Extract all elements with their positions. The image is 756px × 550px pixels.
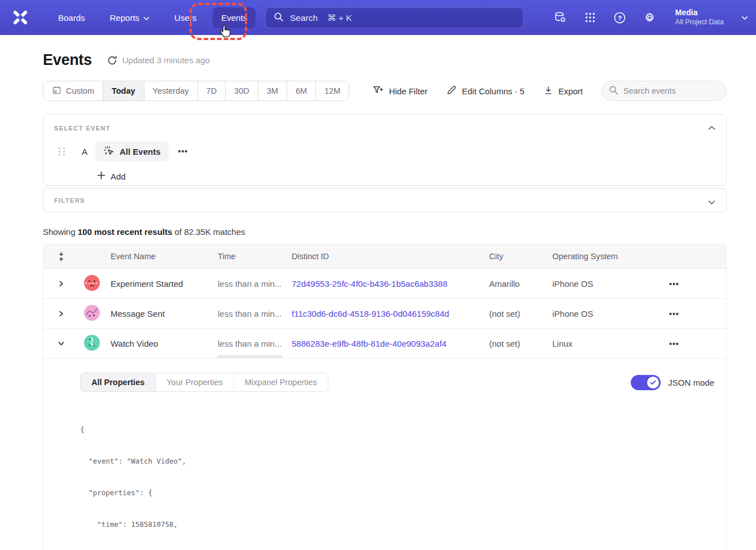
json-line: "time": 1585810758,: [80, 520, 714, 530]
mixpanel-logo-icon[interactable]: [10, 8, 30, 27]
nav-item-users[interactable]: Users: [166, 7, 205, 28]
chevron-down-icon: [143, 13, 150, 23]
download-icon: [543, 85, 553, 97]
cell-time: less than a min...: [214, 339, 288, 348]
main-content: Events Updated 3 minutes ago Custom Toda…: [43, 51, 727, 550]
svg-text:?: ?: [618, 14, 622, 21]
edit-columns-button[interactable]: Edit Columns · 5: [446, 85, 525, 97]
calendar-icon: [52, 85, 61, 97]
cell-os: Linux: [548, 339, 665, 348]
cell-time: less than a min...: [214, 279, 288, 289]
row-expand-chevron-icon[interactable]: [43, 281, 75, 287]
select-event-panel: SELECT EVENT A All Events •••: [43, 114, 727, 186]
top-navbar: Boards Reports Users Events Search ⌘ + K: [0, 0, 756, 35]
event-detail-panel: All Properties Your Properties Mixpanel …: [43, 359, 726, 550]
column-header-event-name[interactable]: Event Name: [107, 252, 214, 261]
settings-gear-icon[interactable]: [643, 11, 657, 24]
table-row[interactable]: Message Sent less than a min... f11c30d6…: [43, 299, 726, 329]
cell-city: (not set): [485, 339, 548, 348]
results-summary: Showing 100 most recent results of 82.35…: [43, 227, 727, 237]
tab-your-properties[interactable]: Your Properties: [156, 373, 234, 391]
cell-distinct-id-link[interactable]: f11c30d6-dc6d-4518-9136-0d046159c84d: [288, 309, 485, 318]
page-title: Events: [43, 51, 92, 69]
controls-row: Custom Today Yesterday 7D 30D 3M 6M 12M …: [43, 81, 727, 101]
json-line: "properties": {: [80, 488, 714, 499]
chevron-up-icon[interactable]: [708, 123, 715, 133]
column-header-time[interactable]: Time: [214, 252, 288, 261]
date-range-6m[interactable]: 6M: [287, 81, 316, 101]
pencil-icon: [446, 85, 457, 97]
cell-distinct-id-link[interactable]: 72d49553-25fc-4f0c-b436-1b5ac6ab3388: [288, 279, 485, 289]
time-hover-underline: [218, 355, 282, 358]
table-header: Event Name Time Distinct ID City Operati…: [43, 245, 726, 269]
row-more-options-icon[interactable]: •••: [669, 309, 679, 318]
json-line: "event": "Watch Video",: [80, 456, 714, 467]
nav-item-events[interactable]: Events: [213, 7, 256, 28]
row-collapse-chevron-icon[interactable]: [43, 341, 75, 347]
cell-os: iPhone OS: [548, 279, 665, 289]
event-json-viewer: { "event": "Watch Video", "properties": …: [80, 404, 714, 550]
event-more-options-icon[interactable]: •••: [178, 147, 188, 156]
last-updated-text: Updated 3 minutes ago: [122, 55, 210, 65]
row-more-options-icon[interactable]: •••: [669, 339, 679, 348]
global-search-input[interactable]: Search ⌘ + K: [265, 7, 524, 28]
navbar-right: ? Media All Project Data: [553, 0, 748, 35]
column-header-distinct-id[interactable]: Distinct ID: [288, 252, 485, 261]
date-range-yesterday[interactable]: Yesterday: [144, 81, 198, 101]
help-icon[interactable]: ?: [613, 11, 627, 24]
date-range-today[interactable]: Today: [103, 81, 144, 101]
events-table: Event Name Time Distinct ID City Operati…: [43, 244, 727, 550]
column-header-os[interactable]: Operating System: [548, 252, 665, 261]
cell-distinct-id-link[interactable]: 5886283e-e9fb-48fb-81de-40e9093a2af4: [288, 339, 485, 348]
tab-all-properties[interactable]: All Properties: [81, 373, 156, 391]
event-avatar-icon: [83, 343, 100, 353]
plus-icon: [97, 171, 106, 181]
event-avatar-icon: [83, 313, 100, 323]
cell-event-name: Watch Video: [107, 339, 214, 348]
event-chip-all-events[interactable]: All Events: [95, 141, 169, 161]
cell-os: iPhone OS: [548, 309, 665, 318]
export-button[interactable]: Export: [543, 85, 583, 97]
column-header-city[interactable]: City: [485, 252, 548, 261]
filters-label: FILTERS: [54, 197, 85, 204]
chevron-down-icon[interactable]: [708, 197, 715, 207]
data-management-icon[interactable]: [553, 11, 567, 24]
project-selector[interactable]: Media All Project Data: [675, 8, 724, 27]
event-avatar-icon: [83, 283, 100, 293]
nav-item-boards[interactable]: Boards: [50, 7, 94, 28]
search-icon: [274, 12, 284, 24]
toggle-knob-check-icon: [647, 377, 659, 389]
properties-tabs: All Properties Your Properties Mixpanel …: [80, 373, 328, 392]
tab-mixpanel-properties[interactable]: Mixpanel Properties: [234, 373, 328, 391]
event-cursor-sparkle-icon: [103, 145, 115, 158]
row-more-options-icon[interactable]: •••: [669, 280, 679, 289]
row-expand-chevron-icon[interactable]: [43, 311, 75, 317]
date-range-selector: Custom Today Yesterday 7D 30D 3M 6M 12M: [43, 81, 349, 101]
search-events-input[interactable]: [623, 86, 714, 95]
project-chevron-down-icon[interactable]: [741, 12, 748, 23]
date-range-12m[interactable]: 12M: [316, 81, 349, 101]
drag-handle-icon[interactable]: [59, 147, 67, 156]
date-range-custom[interactable]: Custom: [43, 81, 103, 101]
date-range-3m[interactable]: 3M: [258, 81, 287, 101]
event-selector-row: A All Events •••: [54, 141, 715, 161]
add-event-button[interactable]: Add: [97, 171, 715, 181]
page-header: Events Updated 3 minutes ago: [43, 51, 727, 69]
date-range-7d[interactable]: 7D: [198, 81, 226, 101]
search-events-field[interactable]: [601, 81, 727, 101]
hide-filter-button[interactable]: Hide Filter: [372, 85, 427, 97]
filters-panel[interactable]: FILTERS: [43, 188, 727, 212]
date-range-30d[interactable]: 30D: [226, 81, 258, 101]
apps-grid-icon[interactable]: [583, 11, 597, 24]
cell-event-name: Experiment Started: [107, 279, 214, 289]
project-scope: All Project Data: [675, 18, 724, 27]
collapse-all-icon[interactable]: [43, 252, 75, 261]
nav-item-reports[interactable]: Reports: [102, 7, 159, 28]
cell-time: less than a min...: [214, 309, 288, 318]
refresh-icon[interactable]: [107, 55, 118, 66]
cell-city: Amarillo: [485, 279, 548, 289]
primary-nav: Boards Reports Users Events: [50, 7, 256, 28]
table-row[interactable]: Experiment Started less than a min... 72…: [43, 269, 726, 299]
table-row-expanded[interactable]: Watch Video less than a min... 5886283e-…: [43, 329, 726, 359]
json-mode-toggle[interactable]: [631, 375, 661, 390]
